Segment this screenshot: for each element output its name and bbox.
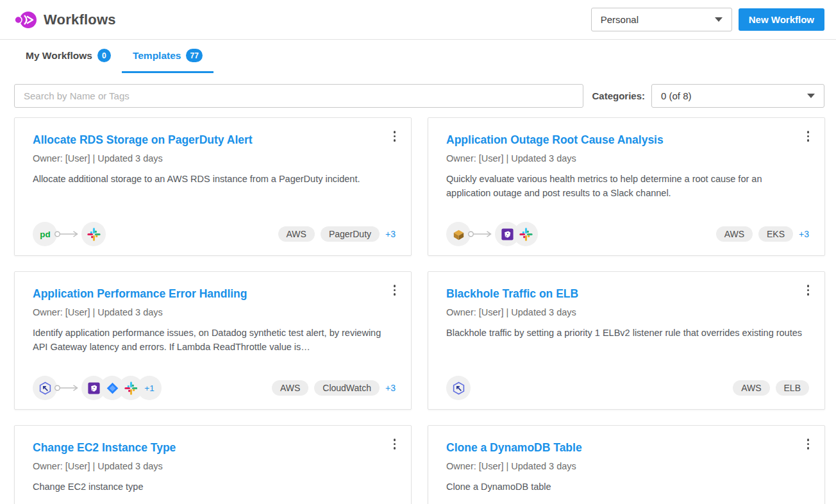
workflow-meta: Owner: [User] | Updated 3 days bbox=[446, 307, 807, 317]
workflow-title-link[interactable]: Change EC2 Instance Type bbox=[33, 441, 393, 455]
new-workflow-button[interactable]: New Workflow bbox=[739, 8, 824, 31]
workflow-tags: AWSELB bbox=[733, 380, 809, 396]
workflow-meta: Owner: [User] | Updated 3 days bbox=[33, 461, 393, 471]
tag-pill: PagerDuty bbox=[321, 226, 380, 242]
card-footer: +1 AWSCloudWatch+3 bbox=[33, 376, 396, 400]
workflow-title-link[interactable]: Blackhole Traffic on ELB bbox=[446, 287, 807, 301]
workflow-description: Blackhole traffic by setting a priority … bbox=[446, 326, 807, 340]
filter-bar: Categories: 0 (of 8) bbox=[14, 84, 824, 108]
page-title: Workflows bbox=[44, 12, 116, 28]
categories-filter: Categories: 0 (of 8) bbox=[592, 84, 824, 108]
tab-count-badge: 0 bbox=[97, 49, 111, 62]
tag-pill: CloudWatch bbox=[314, 380, 380, 396]
workflow-description: Quickly evaluate various health metrics … bbox=[446, 172, 807, 200]
tag-pill: AWS bbox=[272, 380, 308, 396]
webhook-icon bbox=[446, 376, 471, 400]
workflow-service-icons: pd bbox=[33, 222, 106, 246]
arrow-connector-icon bbox=[54, 230, 81, 239]
kebab-menu-button[interactable] bbox=[805, 282, 812, 298]
workflow-description: Allocate additional storage to an AWS RD… bbox=[33, 172, 393, 186]
workflow-title-link[interactable]: Allocate RDS Storage on PagerDuty Alert bbox=[33, 133, 393, 147]
kebab-menu-button[interactable] bbox=[391, 436, 399, 452]
workflow-service-icons bbox=[446, 222, 538, 246]
chevron-down-icon bbox=[807, 94, 815, 98]
more-tags-link[interactable]: +3 bbox=[385, 229, 396, 239]
more-tags-link[interactable]: +3 bbox=[799, 229, 809, 239]
header-actions: Personal New Workflow bbox=[591, 8, 824, 31]
kebab-menu-button[interactable] bbox=[391, 282, 399, 298]
search-input[interactable] bbox=[14, 84, 583, 108]
workflow-service-icons bbox=[446, 376, 471, 400]
workflow-tags: AWSEKS+3 bbox=[716, 226, 809, 242]
tag-pill: ELB bbox=[776, 380, 809, 396]
workflow-meta: Owner: [User] | Updated 3 days bbox=[33, 153, 393, 164]
workflow-title-link[interactable]: Clone a DynamoDB Table bbox=[446, 441, 807, 455]
card-footer: AWSELB bbox=[446, 376, 809, 400]
workflow-tags: AWSPagerDuty+3 bbox=[278, 226, 396, 242]
header: Workflows Personal New Workflow bbox=[0, 0, 836, 40]
more-icons-badge: +1 bbox=[137, 376, 162, 400]
workflow-service-icons: +1 bbox=[33, 376, 162, 400]
tab-my-workflows[interactable]: My Workflows 0 bbox=[15, 40, 122, 73]
workflow-title-link[interactable]: Application Outage Root Cause Analysis bbox=[446, 133, 807, 147]
templates-grid: Allocate RDS Storage on PagerDuty Alert … bbox=[14, 117, 825, 504]
svg-text:pd: pd bbox=[40, 230, 50, 239]
arrow-connector-icon bbox=[54, 383, 81, 392]
workflow-meta: Owner: [User] | Updated 3 days bbox=[446, 153, 807, 164]
tag-pill: AWS bbox=[733, 380, 769, 396]
header-brand: Workflows bbox=[14, 10, 116, 29]
arrow-connector-icon bbox=[467, 230, 494, 239]
slack-icon bbox=[514, 222, 538, 246]
kebab-menu-button[interactable] bbox=[805, 128, 812, 144]
tag-pill: AWS bbox=[278, 226, 315, 242]
workflow-tags: AWSCloudWatch+3 bbox=[272, 380, 396, 396]
workflow-description: Identify application performance issues,… bbox=[33, 326, 393, 354]
tag-pill: EKS bbox=[758, 226, 793, 242]
workflow-card: Application Outage Root Cause Analysis O… bbox=[428, 117, 825, 256]
categories-label: Categories: bbox=[592, 90, 645, 101]
app-logo-icon bbox=[14, 10, 37, 29]
workflow-meta: Owner: [User] | Updated 3 days bbox=[33, 307, 393, 317]
workflow-card: Clone a DynamoDB Table Owner: [User] | U… bbox=[428, 425, 825, 504]
tag-pill: AWS bbox=[716, 226, 753, 242]
kebab-menu-button[interactable] bbox=[805, 436, 812, 452]
tab-label: My Workflows bbox=[26, 50, 92, 62]
card-footer: AWSEKS+3 bbox=[446, 222, 809, 246]
workflow-description: Clone a DynamoDB table bbox=[446, 480, 807, 494]
workflow-card: Change EC2 Instance Type Owner: [User] |… bbox=[14, 425, 412, 504]
workflow-card: Blackhole Traffic on ELB Owner: [User] |… bbox=[428, 271, 825, 410]
card-footer: pd AWSPagerDuty+3 bbox=[33, 222, 396, 246]
tab-count-badge: 77 bbox=[186, 49, 202, 62]
slack-icon bbox=[81, 222, 106, 246]
categories-select[interactable]: 0 (of 8) bbox=[651, 84, 824, 108]
tabs: My Workflows 0 Templates 77 bbox=[0, 40, 836, 73]
workflow-title-link[interactable]: Application Performance Error Handling bbox=[33, 287, 393, 301]
tab-label: Templates bbox=[133, 50, 181, 62]
workflow-meta: Owner: [User] | Updated 3 days bbox=[446, 461, 807, 471]
workspace-select-value: Personal bbox=[601, 14, 639, 25]
more-tags-link[interactable]: +3 bbox=[385, 383, 396, 393]
categories-select-value: 0 (of 8) bbox=[661, 90, 692, 101]
tab-templates[interactable]: Templates 77 bbox=[122, 40, 213, 73]
workspace-select[interactable]: Personal bbox=[591, 8, 732, 31]
kebab-menu-button[interactable] bbox=[391, 128, 399, 144]
workflow-card: Allocate RDS Storage on PagerDuty Alert … bbox=[14, 117, 412, 256]
workflow-card: Application Performance Error Handling O… bbox=[14, 271, 412, 410]
chevron-down-icon bbox=[715, 17, 723, 22]
workflow-description: Change EC2 instance type bbox=[33, 480, 393, 494]
